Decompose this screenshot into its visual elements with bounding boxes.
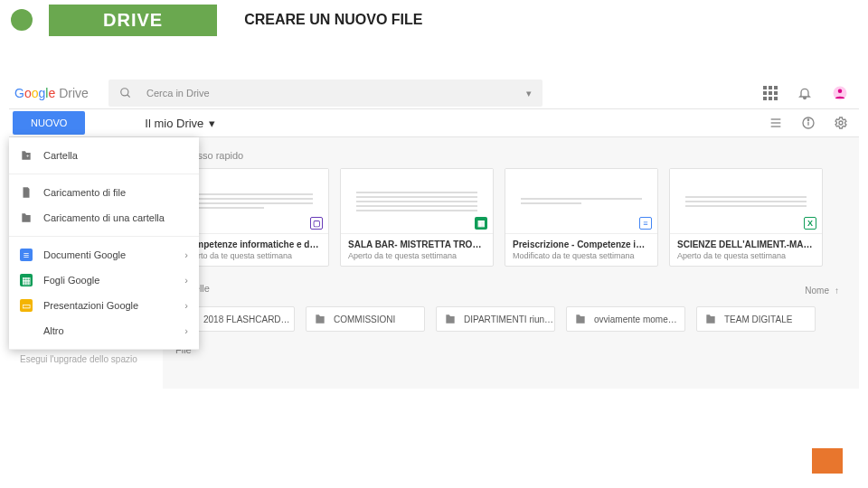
folder-icon	[314, 313, 326, 325]
search-placeholder: Cerca in Drive	[146, 88, 526, 99]
sort-control[interactable]: Nome↑	[805, 286, 846, 296]
quick-card[interactable]: ≡ Preiscrizione - Competenze informatic……	[505, 168, 658, 267]
topbar: Google Drive Cerca in Drive ▾	[9, 78, 859, 108]
folder-icon	[574, 313, 587, 325]
svg-text:+: +	[26, 153, 30, 158]
card-subtitle: Aperto da te questa settimana	[184, 251, 321, 260]
chevron-right-icon: ›	[184, 249, 188, 260]
svg-point-3	[838, 89, 843, 94]
card-title: Competenze informatiche e didattica d…	[184, 239, 321, 249]
svg-point-10	[839, 121, 843, 125]
slide-accent-square	[812, 448, 843, 474]
card-subtitle: Modificato da te questa settimana	[513, 251, 650, 260]
folder-name: DIPARTIMENTI riun…	[464, 314, 553, 324]
chevron-right-icon: ›	[184, 275, 188, 286]
folder-name: TEAM DIGITALE	[724, 314, 792, 324]
menu-label: Altro	[43, 325, 64, 336]
sort-label: Nome	[805, 286, 829, 296]
menu-item-slides[interactable]: ▭ Presentazioni Google ›	[9, 293, 199, 318]
svg-point-0	[121, 89, 128, 96]
sheets-icon: ▦	[20, 274, 33, 286]
menu-item-docs[interactable]: ≡ Documenti Google ›	[9, 242, 199, 267]
menu-item-upload-folder[interactable]: Caricamento di una cartella	[9, 205, 199, 230]
chevron-right-icon: ›	[184, 325, 188, 336]
gear-icon[interactable]	[834, 116, 848, 130]
docs-icon: ≡	[639, 217, 652, 230]
card-title: Preiscrizione - Competenze informatic…	[513, 239, 650, 249]
blank-icon	[20, 324, 33, 337]
folder-upload-icon	[20, 211, 33, 224]
forms-icon: ▢	[310, 217, 323, 230]
info-icon[interactable]	[801, 116, 816, 130]
slide-subtitle: CREARE UN NUOVO FILE	[244, 12, 422, 28]
chevron-down-icon: ▾	[209, 117, 215, 130]
sheets-icon: ▦	[475, 217, 487, 230]
card-title: SALA BAR- MISTRETTA TROCINO.xlsx	[348, 239, 486, 249]
menu-label: Presentazioni Google	[43, 300, 138, 311]
main-content: Accesso rapido ▢ Competenze informatiche…	[163, 137, 859, 389]
folder-icon	[704, 313, 717, 325]
folder-item[interactable]: DIPARTIMENTI riun…	[436, 306, 555, 332]
avatar-icon[interactable]	[832, 85, 848, 101]
files-label: File	[175, 344, 846, 355]
card-subtitle: Aperto da te questa settimana	[677, 251, 815, 260]
folder-item[interactable]: COMMISSIONI	[306, 306, 425, 332]
menu-item-folder[interactable]: + Cartella	[9, 143, 199, 168]
file-upload-icon	[20, 186, 33, 199]
card-title: SCIENZE DELL'ALIMENT.-MARUCA.xlsx	[677, 239, 815, 249]
breadcrumb[interactable]: Il mio Drive ▾	[145, 117, 215, 130]
search-icon	[119, 87, 132, 99]
slides-icon: ▭	[20, 299, 33, 312]
search-input[interactable]: Cerca in Drive ▾	[108, 80, 542, 107]
menu-item-sheets[interactable]: ▦ Fogli Google ›	[9, 267, 199, 293]
quick-access-label: Accesso rapido	[175, 150, 846, 161]
folder-plus-icon: +	[20, 149, 33, 162]
slide-header: DRIVE CREARE UN NUOVO FILE	[0, 0, 868, 40]
menu-label: Caricamento di file	[43, 187, 126, 198]
menu-item-more[interactable]: Altro ›	[9, 318, 199, 343]
drive-app: Google Drive Cerca in Drive ▾ NUOVO Il m…	[9, 78, 859, 389]
folders-row: 2018 FLASHCARD… COMMISSIONI DIPARTIMENTI…	[175, 306, 846, 332]
excel-icon: X	[804, 217, 816, 230]
menu-item-upload-file[interactable]: Caricamento di file	[9, 180, 199, 205]
folder-item[interactable]: TEAM DIGITALE	[696, 306, 816, 332]
notifications-icon[interactable]	[797, 86, 812, 100]
toolbar: NUOVO Il mio Drive ▾	[9, 108, 859, 137]
list-view-icon[interactable]	[769, 116, 783, 130]
topbar-actions	[763, 85, 859, 101]
folder-item[interactable]: ovviamente mome…	[566, 306, 685, 332]
apps-icon[interactable]	[763, 86, 778, 100]
svg-point-9	[807, 119, 808, 120]
quick-card[interactable]: ▦ SALA BAR- MISTRETTA TROCINO.xlsxAperto…	[340, 168, 494, 267]
menu-label: Fogli Google	[43, 275, 99, 286]
new-button[interactable]: NUOVO	[13, 111, 85, 135]
sidebar-item-upgrade[interactable]: Esegui l'upgrade dello spazio	[9, 349, 163, 370]
chevron-down-icon[interactable]: ▾	[526, 88, 532, 99]
folder-name: 2018 FLASHCARD…	[203, 314, 290, 324]
card-subtitle: Aperto da te questa settimana	[348, 251, 486, 260]
upgrade-label: Esegui l'upgrade dello spazio	[20, 354, 137, 364]
location-label: Il mio Drive	[145, 117, 203, 130]
chevron-right-icon: ›	[184, 300, 188, 311]
menu-label: Documenti Google	[43, 249, 126, 260]
folder-name: COMMISSIONI	[334, 314, 395, 324]
arrow-up-icon: ↑	[835, 286, 839, 296]
quick-access-row: ▢ Competenze informatiche e didattica d……	[175, 168, 846, 267]
svg-line-1	[127, 95, 130, 98]
slide-badge: DRIVE	[49, 5, 217, 36]
folder-name: ovviamente mome…	[594, 314, 677, 324]
app-body: Copie di backup 3 GB di 15 GB in uso Ese…	[9, 137, 859, 389]
new-dropdown: + Cartella Caricamento di file Caricamen…	[9, 137, 199, 350]
accent-dot	[11, 9, 33, 31]
menu-label: Cartella	[43, 150, 78, 161]
quick-card[interactable]: X SCIENZE DELL'ALIMENT.-MARUCA.xlsxApert…	[669, 168, 823, 267]
folder-icon	[444, 313, 457, 325]
menu-label: Caricamento di una cartella	[43, 212, 165, 223]
docs-icon: ≡	[20, 249, 33, 261]
product-name: Drive	[59, 86, 89, 100]
google-drive-logo[interactable]: Google Drive	[9, 86, 108, 100]
